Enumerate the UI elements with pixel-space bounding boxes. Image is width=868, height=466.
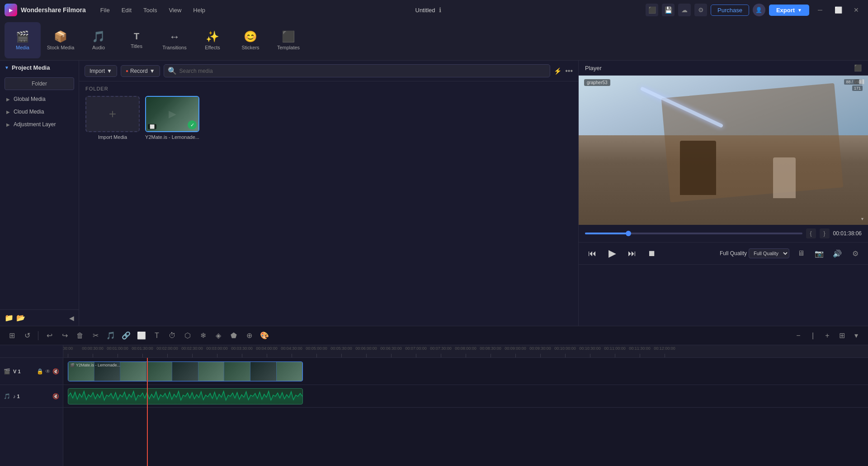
progress-handle[interactable] (626, 231, 631, 236)
toolbar-effects[interactable]: ✨ Effects (194, 22, 231, 58)
audio-mute-icon[interactable]: 🔇 (52, 393, 59, 399)
monitor-icon[interactable]: ⬛ (646, 4, 658, 16)
undo-button[interactable]: ↩ (43, 329, 56, 342)
menu-edit[interactable]: Edit (116, 5, 137, 15)
video-track-number: V 1 (13, 369, 21, 374)
toolbar-titles[interactable]: T Titles (118, 22, 155, 58)
play-button[interactable]: ▶ (605, 246, 619, 261)
folder-plus-icon[interactable]: 📂 (16, 314, 25, 322)
mark-out-button[interactable]: } (820, 228, 830, 238)
record-button[interactable]: ● Record ▼ (121, 65, 160, 77)
close-button[interactable]: ✕ (849, 4, 863, 16)
step-forward-button[interactable]: ⏭ (625, 246, 639, 261)
project-media-header[interactable]: ▼ Project Media (0, 61, 79, 75)
toolbar-stock-media[interactable]: 📦 Stock Media (42, 22, 79, 58)
info-icon[interactable]: ℹ (439, 6, 441, 14)
zoom-in-icon[interactable]: + (821, 329, 834, 342)
fill-icon[interactable]: ⬟ (227, 329, 240, 342)
ruler-mark-5: 00:02:30:00 (181, 346, 203, 351)
redo-button[interactable]: ↪ (58, 329, 71, 342)
volume-icon[interactable]: 🔊 (831, 247, 844, 260)
sidebar-adjustment-layer[interactable]: ▶ Adjustment Layer (0, 118, 79, 131)
transform-icon[interactable]: ⬡ (181, 329, 194, 342)
grid-view-icon[interactable]: ⊞ (835, 329, 848, 342)
filter-icon[interactable]: ⚡ (554, 67, 561, 75)
maximize-button[interactable]: ⬜ (831, 4, 845, 16)
sidebar-global-media[interactable]: ▶ Global Media (0, 93, 79, 105)
project-title: Untitled (415, 7, 435, 14)
speed-icon[interactable]: ⏱ (166, 329, 179, 342)
camera-icon[interactable]: 📷 (813, 247, 826, 260)
search-input[interactable] (179, 68, 547, 74)
color-icon[interactable]: 🎨 (258, 329, 271, 342)
ruler-mark-21: 00:10:30:00 (579, 346, 601, 351)
cloud-icon[interactable]: ☁ (678, 4, 691, 16)
composite-icon[interactable]: ⊕ (243, 329, 255, 342)
selected-check-icon: ✓ (188, 120, 197, 129)
menu-tools[interactable]: Tools (138, 5, 162, 15)
screen-icon[interactable]: 🖥 (795, 247, 807, 260)
add-folder-icon[interactable]: 📁 (5, 314, 14, 322)
menu-view[interactable]: View (163, 5, 187, 15)
progress-track[interactable] (585, 233, 802, 234)
cut-button[interactable]: ✂ (89, 329, 102, 342)
sidebar-collapse-button[interactable]: ◀ (69, 314, 74, 322)
audio-detach-icon[interactable]: 🎵 (104, 329, 117, 342)
delete-button[interactable]: 🗑 (74, 329, 86, 342)
quality-select[interactable]: Full Quality 1/2 Quality 1/4 Quality (749, 248, 789, 258)
user-avatar[interactable]: 👤 (753, 4, 765, 16)
rewind-button[interactable]: ⏮ (585, 246, 599, 261)
tick-0 (68, 354, 68, 357)
settings2-icon[interactable]: ⚙ (849, 247, 862, 260)
crop-icon[interactable]: ⬜ (135, 329, 148, 342)
player-expand-icon[interactable]: ⬛ (854, 64, 862, 71)
menu-help[interactable]: Help (188, 5, 211, 15)
app-logo-icon: ▶ (5, 4, 17, 16)
toolbar-templates[interactable]: ⬛ Templates (270, 22, 307, 58)
import-dropdown-icon[interactable]: ▼ (107, 68, 112, 74)
unlink-icon[interactable]: 🔗 (120, 329, 132, 342)
stop-button[interactable]: ⏹ (645, 246, 659, 261)
import-media-item[interactable]: + Import Media (85, 96, 140, 140)
text-icon[interactable]: T (151, 329, 163, 342)
timeline-ruler[interactable]: 00:00 00:00:30:00 00:01:00:00 00:01:30:0… (63, 345, 868, 358)
menu-file[interactable]: File (95, 5, 115, 15)
ruler-mark-11: 00:05:30:00 (330, 346, 352, 351)
stock-media-icon: 📦 (54, 30, 67, 43)
timeline-content: 🎬 V 1 🔒 👁 🔇 🎵 ♪ 1 🔇 (0, 345, 868, 466)
game-overlay: grapher53 (584, 79, 610, 86)
add-track-button[interactable]: ⊞ (5, 329, 18, 342)
toolbar-audio[interactable]: 🎵 Audio (80, 22, 117, 58)
more-options-icon[interactable]: ▾ (850, 329, 863, 342)
folder-button[interactable]: Folder (5, 77, 74, 90)
mark-in-button[interactable]: { (806, 228, 816, 238)
mute-icon[interactable]: 🔇 (52, 368, 59, 375)
toolbar-stickers[interactable]: 😊 Stickers (232, 22, 269, 58)
video-clip[interactable]: 🎬 Y2Mate.is - Lemonade... (68, 361, 303, 381)
save-icon[interactable]: 💾 (662, 4, 675, 16)
video-thumbnail[interactable]: ▶ ⬜ ✓ (145, 96, 199, 132)
minimize-button[interactable]: ─ (813, 4, 827, 16)
import-button[interactable]: Import ▼ (85, 65, 117, 77)
toolbar-transitions[interactable]: ↔ Transitions (156, 22, 193, 58)
ruler-mark-16: 00:08:00:00 (455, 346, 476, 351)
toolbar-media[interactable]: 🎬 Media (5, 22, 41, 58)
auto-ripple-icon[interactable]: ↺ (21, 329, 33, 342)
settings-icon[interactable]: ⚙ (694, 4, 707, 16)
eye-icon[interactable]: 👁 (45, 368, 51, 375)
audio-clip[interactable]: // Generate waveform bars (68, 388, 303, 404)
sidebar-cloud-media[interactable]: ▶ Cloud Media (0, 105, 79, 118)
import-thumbnail[interactable]: + (85, 96, 140, 132)
zoom-out-icon[interactable]: − (792, 329, 805, 342)
purchase-button[interactable]: Purchase (711, 5, 749, 16)
record-dropdown-icon[interactable]: ▼ (150, 68, 155, 74)
freeze-icon[interactable]: ❄ (197, 329, 209, 342)
timecode: 00:01:38:06 (833, 230, 862, 237)
split-icon[interactable]: ◈ (212, 329, 225, 342)
export-dropdown-icon[interactable]: ▼ (797, 8, 802, 13)
more-options-icon[interactable]: ••• (565, 67, 573, 75)
player-panel: Player ⬛ grapher53 88 / (579, 61, 868, 326)
lock-icon[interactable]: 🔒 (37, 368, 43, 375)
video-clip-item[interactable]: ▶ ⬜ ✓ Y2Mate.is - Lemonade... (145, 96, 199, 140)
export-button[interactable]: Export ▼ (769, 5, 809, 16)
